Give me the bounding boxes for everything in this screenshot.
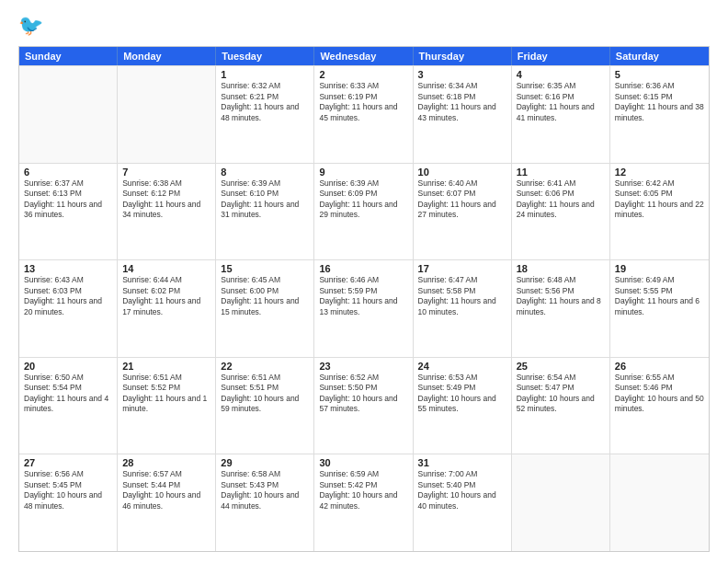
day-cell-9: 9Sunrise: 6:39 AMSunset: 6:09 PMDaylight… bbox=[314, 164, 413, 260]
day-cell-1: 1Sunrise: 6:32 AMSunset: 6:21 PMDaylight… bbox=[216, 66, 314, 163]
day-number: 2 bbox=[319, 69, 407, 80]
day-number: 6 bbox=[24, 167, 112, 178]
day-cell-14: 14Sunrise: 6:44 AMSunset: 6:02 PMDayligh… bbox=[118, 260, 216, 357]
day-cell-27: 27Sunrise: 6:56 AMSunset: 5:45 PMDayligh… bbox=[19, 454, 118, 551]
header-day-monday: Monday bbox=[118, 47, 216, 65]
day-info: Sunrise: 6:51 AMSunset: 5:51 PMDaylight:… bbox=[221, 373, 309, 415]
day-number: 10 bbox=[418, 167, 506, 178]
day-cell-10: 10Sunrise: 6:40 AMSunset: 6:07 PMDayligh… bbox=[414, 164, 512, 260]
day-number: 26 bbox=[615, 361, 704, 372]
day-number: 3 bbox=[418, 69, 506, 80]
day-info: Sunrise: 6:46 AMSunset: 5:59 PMDaylight:… bbox=[319, 275, 407, 317]
day-info: Sunrise: 6:44 AMSunset: 6:02 PMDaylight:… bbox=[122, 275, 210, 317]
day-number: 27 bbox=[24, 457, 112, 468]
day-info: Sunrise: 6:43 AMSunset: 6:03 PMDaylight:… bbox=[24, 275, 112, 317]
day-number: 28 bbox=[122, 457, 210, 468]
day-cell-2: 2Sunrise: 6:33 AMSunset: 6:19 PMDaylight… bbox=[314, 66, 413, 163]
day-cell-25: 25Sunrise: 6:54 AMSunset: 5:47 PMDayligh… bbox=[512, 358, 610, 454]
empty-cell bbox=[610, 454, 709, 551]
day-info: Sunrise: 6:59 AMSunset: 5:42 PMDaylight:… bbox=[319, 469, 407, 511]
day-number: 29 bbox=[221, 457, 309, 468]
day-info: Sunrise: 6:48 AMSunset: 5:56 PMDaylight:… bbox=[517, 275, 605, 317]
day-info: Sunrise: 6:52 AMSunset: 5:50 PMDaylight:… bbox=[319, 373, 407, 415]
day-info: Sunrise: 6:51 AMSunset: 5:52 PMDaylight:… bbox=[122, 373, 210, 415]
day-info: Sunrise: 6:36 AMSunset: 6:15 PMDaylight:… bbox=[615, 81, 704, 123]
calendar-header: SundayMondayTuesdayWednesdayThursdayFrid… bbox=[19, 47, 709, 65]
day-cell-5: 5Sunrise: 6:36 AMSunset: 6:15 PMDaylight… bbox=[610, 66, 709, 163]
header-day-sunday: Sunday bbox=[19, 47, 118, 65]
day-info: Sunrise: 6:39 AMSunset: 6:10 PMDaylight:… bbox=[221, 178, 309, 221]
day-info: Sunrise: 6:35 AMSunset: 6:16 PMDaylight:… bbox=[517, 81, 605, 123]
day-number: 30 bbox=[319, 457, 407, 468]
day-info: Sunrise: 6:55 AMSunset: 5:46 PMDaylight:… bbox=[615, 373, 704, 415]
day-info: Sunrise: 6:45 AMSunset: 6:00 PMDaylight:… bbox=[221, 275, 309, 317]
calendar: SundayMondayTuesdayWednesdayThursdayFrid… bbox=[18, 46, 710, 552]
day-info: Sunrise: 6:37 AMSunset: 6:13 PMDaylight:… bbox=[24, 178, 112, 221]
day-number: 1 bbox=[221, 69, 309, 80]
day-info: Sunrise: 6:33 AMSunset: 6:19 PMDaylight:… bbox=[319, 81, 407, 123]
day-info: Sunrise: 6:47 AMSunset: 5:58 PMDaylight:… bbox=[418, 275, 506, 317]
day-number: 7 bbox=[122, 167, 210, 178]
empty-cell bbox=[118, 66, 216, 163]
day-info: Sunrise: 6:53 AMSunset: 5:49 PMDaylight:… bbox=[418, 373, 506, 415]
header-day-friday: Friday bbox=[512, 47, 610, 65]
day-cell-24: 24Sunrise: 6:53 AMSunset: 5:49 PMDayligh… bbox=[414, 358, 512, 454]
day-number: 17 bbox=[418, 263, 506, 274]
calendar-row-4: 20Sunrise: 6:50 AMSunset: 5:54 PMDayligh… bbox=[19, 357, 709, 454]
empty-cell bbox=[19, 66, 118, 163]
day-number: 15 bbox=[221, 263, 309, 274]
day-number: 9 bbox=[319, 167, 407, 178]
day-cell-8: 8Sunrise: 6:39 AMSunset: 6:10 PMDaylight… bbox=[216, 164, 314, 260]
logo-bird-icon: 🐦 bbox=[18, 15, 43, 37]
day-number: 13 bbox=[24, 263, 112, 274]
day-number: 20 bbox=[24, 361, 112, 372]
day-number: 21 bbox=[122, 361, 210, 372]
day-cell-19: 19Sunrise: 6:49 AMSunset: 5:55 PMDayligh… bbox=[610, 260, 709, 357]
day-cell-17: 17Sunrise: 6:47 AMSunset: 5:58 PMDayligh… bbox=[414, 260, 512, 357]
day-number: 18 bbox=[517, 263, 605, 274]
day-info: Sunrise: 6:42 AMSunset: 6:05 PMDaylight:… bbox=[615, 178, 704, 221]
day-info: Sunrise: 6:38 AMSunset: 6:12 PMDaylight:… bbox=[122, 178, 210, 221]
day-number: 5 bbox=[615, 69, 704, 80]
day-info: Sunrise: 6:56 AMSunset: 5:45 PMDaylight:… bbox=[24, 469, 112, 511]
day-cell-7: 7Sunrise: 6:38 AMSunset: 6:12 PMDaylight… bbox=[118, 164, 216, 260]
header: 🐦 bbox=[18, 15, 710, 37]
day-cell-11: 11Sunrise: 6:41 AMSunset: 6:06 PMDayligh… bbox=[512, 164, 610, 260]
day-info: Sunrise: 6:50 AMSunset: 5:54 PMDaylight:… bbox=[24, 373, 112, 415]
day-cell-18: 18Sunrise: 6:48 AMSunset: 5:56 PMDayligh… bbox=[512, 260, 610, 357]
day-info: Sunrise: 6:34 AMSunset: 6:18 PMDaylight:… bbox=[418, 81, 506, 123]
day-cell-13: 13Sunrise: 6:43 AMSunset: 6:03 PMDayligh… bbox=[19, 260, 118, 357]
day-cell-29: 29Sunrise: 6:58 AMSunset: 5:43 PMDayligh… bbox=[216, 454, 314, 551]
day-cell-12: 12Sunrise: 6:42 AMSunset: 6:05 PMDayligh… bbox=[610, 164, 709, 260]
day-number: 16 bbox=[319, 263, 407, 274]
day-cell-31: 31Sunrise: 7:00 AMSunset: 5:40 PMDayligh… bbox=[414, 454, 512, 551]
calendar-row-3: 13Sunrise: 6:43 AMSunset: 6:03 PMDayligh… bbox=[19, 259, 709, 357]
calendar-row-1: 1Sunrise: 6:32 AMSunset: 6:21 PMDaylight… bbox=[19, 65, 709, 163]
day-number: 11 bbox=[517, 167, 605, 178]
day-cell-20: 20Sunrise: 6:50 AMSunset: 5:54 PMDayligh… bbox=[19, 358, 118, 454]
day-cell-30: 30Sunrise: 6:59 AMSunset: 5:42 PMDayligh… bbox=[314, 454, 413, 551]
empty-cell bbox=[512, 454, 610, 551]
day-cell-22: 22Sunrise: 6:51 AMSunset: 5:51 PMDayligh… bbox=[216, 358, 314, 454]
header-day-saturday: Saturday bbox=[610, 47, 709, 65]
day-cell-3: 3Sunrise: 6:34 AMSunset: 6:18 PMDaylight… bbox=[414, 66, 512, 163]
day-number: 22 bbox=[221, 361, 309, 372]
day-number: 14 bbox=[122, 263, 210, 274]
page: 🐦 SundayMondayTuesdayWednesdayThursdayFr… bbox=[0, 0, 728, 563]
day-cell-26: 26Sunrise: 6:55 AMSunset: 5:46 PMDayligh… bbox=[610, 358, 709, 454]
day-cell-23: 23Sunrise: 6:52 AMSunset: 5:50 PMDayligh… bbox=[314, 358, 413, 454]
calendar-row-2: 6Sunrise: 6:37 AMSunset: 6:13 PMDaylight… bbox=[19, 163, 709, 260]
day-number: 23 bbox=[319, 361, 407, 372]
day-info: Sunrise: 6:58 AMSunset: 5:43 PMDaylight:… bbox=[221, 469, 309, 511]
logo: 🐦 bbox=[18, 15, 43, 37]
day-number: 31 bbox=[418, 457, 506, 468]
day-info: Sunrise: 6:39 AMSunset: 6:09 PMDaylight:… bbox=[319, 178, 407, 221]
day-number: 19 bbox=[615, 263, 704, 274]
day-number: 12 bbox=[615, 167, 704, 178]
day-number: 4 bbox=[517, 69, 605, 80]
header-day-tuesday: Tuesday bbox=[216, 47, 314, 65]
calendar-row-5: 27Sunrise: 6:56 AMSunset: 5:45 PMDayligh… bbox=[19, 454, 709, 551]
day-number: 8 bbox=[221, 167, 309, 178]
day-cell-28: 28Sunrise: 6:57 AMSunset: 5:44 PMDayligh… bbox=[118, 454, 216, 551]
header-day-wednesday: Wednesday bbox=[314, 47, 413, 65]
